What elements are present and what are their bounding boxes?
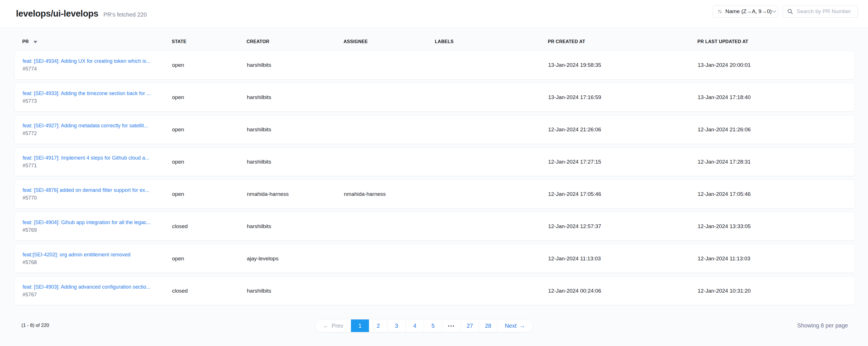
table-row: feat: [SEI-4917]: Implement 4 steps for … xyxy=(14,147,855,176)
column-header-updated-at: PR LAST UPDATED AT xyxy=(698,39,855,44)
page-title: levelops/ui-levelops xyxy=(16,8,98,19)
table-row: feat: [SEI-4903]: Adding advanced config… xyxy=(14,276,855,305)
page-number-button[interactable]: 28 xyxy=(479,319,497,332)
pr-updated-at: 12-Jan-2024 10:31:20 xyxy=(698,288,855,294)
column-header-creator: CREATOR xyxy=(247,39,344,44)
pagination-range: (1 - 8) of 220 xyxy=(22,323,49,328)
pr-created-at: 12-Jan-2024 11:13:03 xyxy=(548,256,698,262)
pr-cell: feat:[SEI-4202]: org admin entitlement r… xyxy=(23,252,172,265)
pr-updated-at: 12-Jan-2024 21:26:06 xyxy=(698,126,855,133)
prev-label: Prev xyxy=(332,323,343,329)
table-header-row: PR STATE CREATOR ASSIGNEE LABELS PR CREA… xyxy=(14,28,855,51)
column-header-state: STATE xyxy=(172,39,247,44)
search-box xyxy=(783,5,858,18)
search-input[interactable] xyxy=(797,8,854,15)
page-number-button-active[interactable]: 1 xyxy=(351,319,369,332)
column-header-labels: LABELS xyxy=(435,39,548,44)
fetched-count: PR's fetched 220 xyxy=(103,11,147,18)
pr-title-link[interactable]: feat: [SEI-4927]: Adding metadata correc… xyxy=(23,123,167,129)
pr-creator: harshilbits xyxy=(247,159,344,165)
pr-updated-at: 12-Jan-2024 17:28:31 xyxy=(698,159,855,165)
pr-title-link[interactable]: feat: [SEI-4934]: Adding UX for creating… xyxy=(23,58,167,64)
search-icon xyxy=(787,8,793,15)
table-row: feat: [SEI-4933]: Adding the timezone se… xyxy=(14,83,855,112)
pr-cell: feat: [SEI-4927]: Adding metadata correc… xyxy=(23,123,172,137)
pr-cell: feat: [SEI-4903]: Adding advanced config… xyxy=(23,284,172,298)
table-row: feat: [SEI-4904]: Gihub app integration … xyxy=(14,212,855,241)
column-header-assignee: ASSIGNEE xyxy=(344,39,435,44)
pr-cell: feat: [SEI-4917]: Implement 4 steps for … xyxy=(23,155,172,169)
pagination: ← Prev 12345•••2728 Next → xyxy=(315,319,533,332)
pr-title-link[interactable]: feat: [SEI-4903]: Adding advanced config… xyxy=(23,284,167,290)
pr-state: open xyxy=(172,94,247,100)
pr-state: open xyxy=(172,126,247,133)
pr-state: open xyxy=(172,256,247,262)
topbar: levelops/ui-levelops PR's fetched 220 ↑↓… xyxy=(0,0,868,28)
prev-page-button[interactable]: ← Prev xyxy=(316,319,351,332)
pr-table: PR STATE CREATOR ASSIGNEE LABELS PR CREA… xyxy=(0,28,868,346)
chevron-down-icon xyxy=(772,10,776,13)
page-number-button[interactable]: 3 xyxy=(387,319,405,332)
pr-created-at: 13-Jan-2024 19:58:35 xyxy=(548,62,698,68)
pr-title-link[interactable]: feat: [SEI-4917]: Implement 4 steps for … xyxy=(23,155,167,161)
next-label: Next xyxy=(505,323,517,329)
table-row: feat: [SEI-4934]: Adding UX for creating… xyxy=(14,51,855,79)
pr-creator: harshilbits xyxy=(247,223,344,230)
pr-creator: ajay-levelops xyxy=(247,256,344,262)
pr-creator: nmahida-harness xyxy=(247,191,344,197)
pr-title-link[interactable]: feat:[SEI-4202]: org admin entitlement r… xyxy=(23,252,167,258)
pr-state: open xyxy=(172,191,247,197)
pr-creator: harshilbits xyxy=(247,126,344,133)
pr-cell: feat: [SEI-4934]: Adding UX for creating… xyxy=(23,58,172,72)
pr-cell: feat: [SEI-4876] added on demand filter … xyxy=(23,187,172,201)
sort-dropdown-label: Name (Z→A, 9→0) xyxy=(725,8,772,15)
pr-title-link[interactable]: feat: [SEI-4933]: Adding the timezone se… xyxy=(23,90,167,96)
pagination-ellipsis: ••• xyxy=(442,319,461,332)
sort-caret-icon xyxy=(33,41,37,44)
pr-title-link[interactable]: feat: [SEI-4876] added on demand filter … xyxy=(23,187,167,193)
pr-creator: harshilbits xyxy=(247,288,344,294)
pr-created-at: 12-Jan-2024 12:57:37 xyxy=(548,223,698,230)
pr-number: #5774 xyxy=(23,66,167,72)
page-number-button[interactable]: 5 xyxy=(424,319,442,332)
column-header-created-at: PR CREATED AT xyxy=(548,39,698,44)
pr-created-at: 13-Jan-2024 17:16:59 xyxy=(548,94,698,100)
pr-number: #5768 xyxy=(23,260,167,265)
pr-assignee: nmahida-harness xyxy=(344,191,435,197)
pr-number: #5772 xyxy=(23,131,167,137)
header-controls: ↑↓ Name (Z→A, 9→0) xyxy=(713,5,858,18)
pr-number: #5773 xyxy=(23,98,167,104)
page-number-button[interactable]: 4 xyxy=(405,319,424,332)
pr-cell: feat: [SEI-4904]: Gihub app integration … xyxy=(23,220,172,233)
table-body: feat: [SEI-4934]: Adding UX for creating… xyxy=(14,51,855,305)
pr-state: open xyxy=(172,62,247,68)
pr-updated-at: 12-Jan-2024 13:33:05 xyxy=(698,223,855,230)
pr-created-at: 12-Jan-2024 17:05:46 xyxy=(548,191,698,197)
pr-updated-at: 12-Jan-2024 11:13:03 xyxy=(698,256,855,262)
pr-number: #5770 xyxy=(23,195,167,201)
column-header-pr[interactable]: PR xyxy=(22,39,172,44)
sort-arrows-icon: ↑↓ xyxy=(718,8,721,15)
sort-dropdown[interactable]: ↑↓ Name (Z→A, 9→0) xyxy=(713,5,778,18)
next-page-button[interactable]: Next → xyxy=(497,319,532,332)
pr-updated-at: 13-Jan-2024 17:18:40 xyxy=(698,94,855,100)
left-arrow-icon: ← xyxy=(323,323,329,329)
pr-created-at: 12-Jan-2024 21:26:06 xyxy=(548,126,698,133)
table-row: feat:[SEI-4202]: org admin entitlement r… xyxy=(14,244,855,273)
pr-state: closed xyxy=(172,223,247,230)
page-number-button[interactable]: 2 xyxy=(369,319,387,332)
pr-title-link[interactable]: feat: [SEI-4904]: Gihub app integration … xyxy=(23,220,167,226)
table-row: feat: [SEI-4876] added on demand filter … xyxy=(14,179,855,208)
pr-number: #5771 xyxy=(23,163,167,169)
pr-created-at: 12-Jan-2024 00:24:06 xyxy=(548,288,698,294)
right-arrow-icon: → xyxy=(519,323,525,329)
column-header-pr-label: PR xyxy=(22,39,29,44)
pr-creator: harshilbits xyxy=(247,62,344,68)
pr-updated-at: 12-Jan-2024 17:05:46 xyxy=(698,191,855,197)
pr-creator: harshilbits xyxy=(247,94,344,100)
pr-cell: feat: [SEI-4933]: Adding the timezone se… xyxy=(23,90,172,104)
page-number-button[interactable]: 27 xyxy=(461,319,479,332)
pr-updated-at: 13-Jan-2024 20:00:01 xyxy=(698,62,855,68)
pr-state: closed xyxy=(172,288,247,294)
per-page-info: Showing 8 per page xyxy=(797,322,848,329)
